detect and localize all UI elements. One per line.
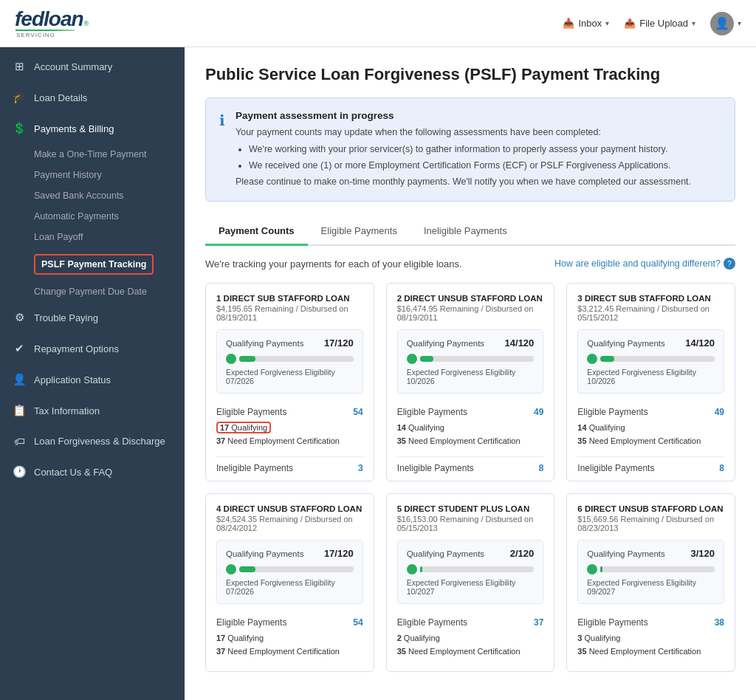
sidebar: ⊞ Account Summary 🎓 Loan Details 💲 Payme… [0, 47, 185, 700]
loan-card-5: 5 DIRECT STUDENT PLUS LOAN $16,153.00 Re… [386, 493, 555, 672]
eligible-count[interactable]: 54 [353, 407, 362, 417]
graduation-icon: 🎓 [12, 91, 27, 104]
document-icon: 📋 [12, 404, 27, 417]
ineligible-count[interactable]: 8 [539, 463, 544, 473]
sidebar-label-tax-info: Tax Information [34, 405, 100, 416]
qualifying-count: 2/120 [510, 548, 535, 559]
loan-title: 2 DIRECT UNSUB STAFFORD LOAN [397, 294, 544, 303]
qualifying-box: Qualifying Payments 2/120 Expected Forgi… [397, 540, 544, 604]
sidebar-item-payment-history[interactable]: Payment History [34, 165, 185, 185]
qualifying-count: 17/120 [324, 337, 354, 349]
tracking-link-text: How are eligible and qualifying differen… [554, 258, 721, 269]
ineligible-count[interactable]: 3 [358, 463, 363, 473]
progress-bar [600, 356, 715, 362]
forgiveness-text: Expected Forgiveness Eligibility 09/2027 [587, 578, 715, 596]
eligible-label: Eligible Payments [397, 617, 467, 628]
qualifying-highlighted: 17 Qualifying [216, 422, 271, 433]
qualifying-label: Qualifying Payments [407, 549, 484, 558]
pslf-tracking-label: PSLF Payment Tracking [34, 254, 154, 275]
progress-circle [407, 354, 417, 364]
sidebar-item-repayment-options[interactable]: ✔ Repayment Options [0, 333, 185, 364]
eligible-detail: 17 Qualifying 37 Need Employment Certifi… [216, 422, 363, 447]
progress-bar-fill [239, 566, 255, 572]
eligible-count[interactable]: 38 [715, 617, 724, 628]
file-upload-button[interactable]: 📤 File Upload ▾ [624, 18, 695, 29]
eligible-section: Eligible Payments 54 17 Qualifying 37 Ne… [216, 611, 363, 664]
sidebar-item-change-due-date[interactable]: Change Payment Due Date [34, 281, 185, 302]
progress-bar-fill [239, 356, 255, 362]
question-icon: ? [724, 258, 735, 270]
eligible-section: Eligible Payments 54 17 Qualifying 37 Ne… [216, 401, 363, 453]
sidebar-item-saved-bank[interactable]: Saved Bank Accounts [34, 185, 185, 206]
progress-bar-fill [600, 566, 602, 572]
tab-payment-counts[interactable]: Payment Counts [205, 218, 308, 246]
ineligible-count[interactable]: 8 [719, 463, 724, 473]
sidebar-sub-payments: Make a One-Time Payment Payment History … [0, 144, 185, 302]
header-actions: 📥 Inbox ▾ 📤 File Upload ▾ 👤 ▾ [563, 12, 741, 35]
banner-footer: Please continue to make on-time monthly … [236, 176, 691, 187]
sidebar-item-application-status[interactable]: 👤 Application Status [0, 364, 185, 395]
qualifying-box: Qualifying Payments 14/120 Expected Forg… [397, 329, 544, 394]
need-cert-num: 35 [577, 647, 586, 656]
tag-icon: 🏷 [12, 435, 27, 447]
loan-sub: $16,474.95 Remaining / Disbursed on 08/1… [397, 304, 544, 322]
trouble-icon: ⚙ [12, 311, 27, 324]
forgiveness-text: Expected Forgiveness Eligibility 07/2026 [226, 578, 354, 596]
eligible-count[interactable]: 49 [715, 407, 724, 417]
tab-ineligible-payments[interactable]: Ineligible Payments [410, 218, 520, 246]
tracking-link[interactable]: How are eligible and qualifying differen… [554, 258, 735, 270]
ineligible-section: Ineligible Payments 3 [216, 456, 363, 473]
ineligible-label: Ineligible Payments [577, 463, 654, 473]
sidebar-item-tax-info[interactable]: 📋 Tax Information [0, 395, 185, 426]
qualifying-box: Qualifying Payments 3/120 Expected Forgi… [577, 540, 724, 604]
sidebar-label-loan-forgiveness: Loan Forgiveness & Discharge [34, 436, 165, 447]
banner-intro: Your payment counts may update when the … [236, 127, 601, 137]
sidebar-item-contact-faq[interactable]: 🕐 Contact Us & FAQ [0, 456, 185, 487]
eligible-label: Eligible Payments [397, 407, 467, 417]
tab-eligible-payments[interactable]: Eligible Payments [308, 218, 410, 246]
loan-title: 1 DIRECT SUB STAFFORD LOAN [216, 294, 363, 303]
sidebar-item-auto-payments[interactable]: Automatic Payments [34, 206, 185, 227]
clock-icon: 🕐 [12, 465, 27, 478]
progress-bar-fill [600, 356, 614, 362]
qualifying-label: Qualifying Payments [226, 549, 303, 558]
tracking-intro-text: We're tracking your payments for each of… [205, 258, 462, 270]
sidebar-label-trouble-paying: Trouble Paying [34, 312, 98, 323]
eligible-count[interactable]: 37 [534, 617, 543, 628]
inbox-button[interactable]: 📥 Inbox ▾ [563, 18, 609, 29]
progress-bar [420, 566, 535, 572]
forgiveness-text: Expected Forgiveness Eligibility 07/2026 [226, 368, 354, 385]
sidebar-item-one-time-payment[interactable]: Make a One-Time Payment [34, 144, 185, 165]
user-menu-button[interactable]: 👤 ▾ [710, 12, 741, 35]
sidebar-item-loan-payoff[interactable]: Loan Payoff [34, 227, 185, 247]
sidebar-label-application-status: Application Status [34, 374, 111, 385]
loan-card-6: 6 DIRECT UNSUB STAFFORD LOAN $15,669.56 … [566, 493, 735, 672]
sidebar-item-payments-billing[interactable]: 💲 Payments & Billing [0, 113, 185, 144]
progress-bar [600, 566, 715, 572]
info-icon: ℹ [219, 111, 225, 189]
file-upload-label: File Upload [639, 18, 688, 29]
sidebar-item-pslf-tracking[interactable]: PSLF Payment Tracking [34, 247, 185, 281]
qualifying-label: Qualifying Payments [587, 549, 664, 558]
loan-card-1: 1 DIRECT SUB STAFFORD LOAN $4,195.65 Rem… [205, 283, 374, 481]
header: fed loan ® SERVICING 📥 Inbox ▾ 📤 File Up… [0, 0, 756, 47]
eligible-count[interactable]: 54 [353, 617, 362, 628]
sidebar-item-loan-details[interactable]: 🎓 Loan Details [0, 82, 185, 113]
qualifying-count: 14/120 [505, 337, 535, 349]
sidebar-item-account-summary[interactable]: ⊞ Account Summary [0, 51, 185, 82]
logo-fed: fed [15, 9, 44, 30]
dollar-icon: 💲 [12, 122, 27, 135]
logo: fed loan ® SERVICING [15, 9, 89, 38]
forgiveness-text: Expected Forgiveness Eligibility 10/2026 [407, 368, 535, 385]
qualifying-label: Qualifying Payments [226, 339, 303, 348]
eligible-count[interactable]: 49 [534, 407, 543, 417]
qualifying-num: 2 [397, 634, 402, 642]
check-circle-icon: ✔ [12, 342, 27, 355]
info-banner: ℹ Payment assessment in progress Your pa… [205, 97, 735, 202]
sidebar-item-trouble-paying[interactable]: ⚙ Trouble Paying [0, 302, 185, 333]
user-chevron-icon: ▾ [738, 19, 741, 27]
banner-title: Payment assessment in progress [236, 110, 691, 121]
grid-icon: ⊞ [12, 60, 27, 73]
loan-sub: $15,669.56 Remaining / Disbursed on 08/2… [577, 515, 724, 532]
sidebar-item-loan-forgiveness[interactable]: 🏷 Loan Forgiveness & Discharge [0, 426, 185, 456]
